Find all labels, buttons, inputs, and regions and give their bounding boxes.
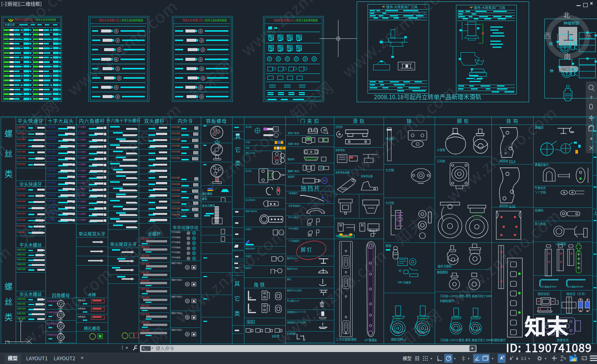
- svg-text:!: !: [575, 358, 576, 362]
